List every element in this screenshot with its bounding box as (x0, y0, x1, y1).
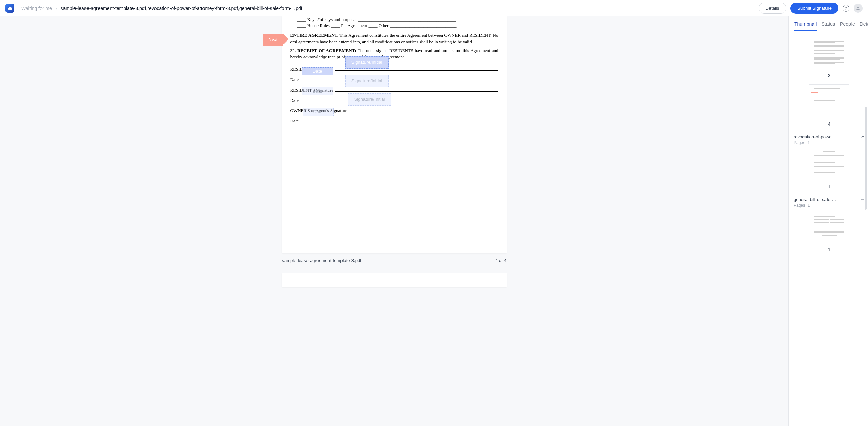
breadcrumb: Waiting for me › sample-lease-agreement-… (21, 5, 302, 11)
thumbnail-billofsale-1[interactable] (809, 210, 849, 245)
user-icon (856, 6, 860, 11)
breadcrumb-waiting[interactable]: Waiting for me (21, 5, 52, 11)
tab-details[interactable]: Details (860, 21, 868, 31)
resident2-date-row: Date (290, 97, 498, 104)
underline (300, 102, 340, 102)
date-label: Date (290, 118, 299, 124)
tab-status[interactable]: Status (821, 21, 835, 31)
document-page: Next ____ Keys #of keys and purposes ___… (282, 16, 507, 253)
doc-group-pages: Pages: 1 (794, 140, 865, 145)
thumbnail-label-3: 3 (794, 73, 865, 78)
chevron-right-icon: › (56, 5, 57, 11)
para32-prefix: 32. (290, 48, 298, 53)
active-page-marker (811, 92, 818, 93)
underline (300, 81, 340, 81)
thumbnail-page-3[interactable] (809, 36, 849, 71)
breadcrumb-title: sample-lease-agreement-template-3.pdf,re… (60, 5, 302, 11)
header-bar: Waiting for me › sample-lease-agreement-… (0, 0, 868, 16)
next-field-pointer[interactable]: Next (263, 34, 283, 46)
document-page-counter: 4 of 4 (495, 258, 507, 263)
sidebar-scrollbar[interactable] (865, 107, 867, 210)
date-field-owner[interactable]: Date (303, 108, 334, 116)
tab-thumbnail[interactable]: Thumbnail (794, 21, 817, 31)
doc-group-revocation[interactable]: revocation-of-powe… (794, 133, 865, 140)
next-document-page (282, 273, 507, 287)
signature-field-resident1[interactable]: Signature/Initial (345, 56, 389, 69)
signature-field-owner[interactable]: Signature/Initial (348, 93, 391, 106)
date-field-resident2[interactable]: Date (302, 87, 333, 95)
thumbnail-label-bos-1: 1 (794, 247, 865, 252)
signature-field-resident2[interactable]: Signature/Initial (345, 75, 389, 87)
main-area: Next ____ Keys #of keys and purposes ___… (0, 16, 868, 426)
sidebar: Thumbnail Status People Details 3 (788, 16, 868, 426)
thumbnail-revocation-1[interactable] (809, 147, 849, 182)
para31-heading: ENTIRE AGREEMENT: (290, 33, 339, 38)
doc-group-pages: Pages: 1 (794, 203, 865, 208)
doc-paragraph-32: 32. RECEIPT OF AGREEMENT: The undersigne… (290, 48, 498, 60)
date-field-resident1[interactable]: Date (302, 67, 333, 75)
cloud-icon (7, 5, 13, 11)
details-button[interactable]: Details (759, 3, 787, 14)
header-actions: Details Submit Signature ? (759, 3, 863, 14)
next-label: Next (268, 36, 278, 43)
help-icon[interactable]: ? (843, 5, 849, 12)
date-label: Date (290, 97, 299, 104)
sidebar-tabs: Thumbnail Status People Details (789, 16, 868, 31)
app-logo[interactable] (5, 4, 14, 13)
doc-text-keys: ____ Keys #of keys and purposes ________… (297, 16, 498, 23)
document-viewer[interactable]: Next ____ Keys #of keys and purposes ___… (0, 16, 788, 426)
doc-text-house: ____ House Rules ____ Pet Agreement ____… (297, 23, 498, 29)
underline (335, 91, 498, 92)
chevron-up-icon (861, 133, 865, 140)
owner-date-row: Date (290, 118, 498, 124)
underline (349, 112, 498, 112)
document-filename: sample-lease-agreement-template-3.pdf (282, 258, 361, 263)
document-footer: sample-lease-agreement-template-3.pdf 4 … (282, 258, 507, 263)
doc-paragraph-31: ENTIRE AGREEMENT: This Agreement constit… (290, 32, 498, 45)
underline (335, 70, 498, 71)
underline (300, 122, 340, 122)
tab-people[interactable]: People (840, 21, 855, 31)
date-label: Date (290, 76, 299, 83)
thumbnail-page-4[interactable] (809, 84, 849, 119)
doc-group-billofsale[interactable]: general-bill-of-sale-… (794, 196, 865, 203)
thumbnail-label-rev-1: 1 (794, 184, 865, 189)
chevron-up-icon (861, 196, 865, 202)
doc-group-title: revocation-of-powe… (794, 134, 836, 139)
sidebar-content[interactable]: 3 4 revocation-of-powe… Pages: 1 (789, 31, 868, 426)
doc-group-title: general-bill-of-sale-… (794, 197, 836, 202)
thumbnail-label-4: 4 (794, 121, 865, 127)
submit-signature-button[interactable]: Submit Signature (790, 3, 838, 14)
para32-heading: RECEIPT OF AGREEMENT: (297, 48, 356, 53)
resident1-date-row: Date (290, 76, 498, 83)
avatar[interactable] (854, 4, 863, 13)
